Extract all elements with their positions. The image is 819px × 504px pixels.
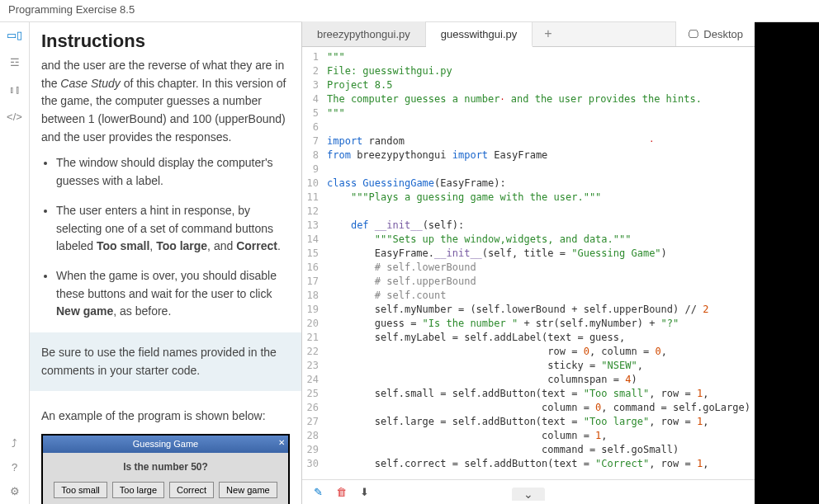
edit-icon[interactable]: ✎ [314,486,323,498]
mock-too-small-button: Too small [54,482,107,498]
bullet-3: When the game is over, you should disabl… [56,267,290,321]
help-icon[interactable]: ? [12,461,17,473]
callout-note: Be sure to use the field names provided … [30,332,301,391]
mock-close-icon: ✕ [278,436,285,450]
sep1: , [149,239,156,252]
bullet-1: The window should display the computer's… [56,154,290,190]
sep-dot: . [277,239,281,252]
desktop-toggle[interactable]: 🖵 Desktop [675,21,755,46]
share-icon[interactable]: ⤴ [12,437,17,450]
bullet3-tail: , as before. [113,304,171,318]
editor-pane: breezypythongui.py guesswithgui.py + 🖵 D… [302,22,755,504]
desktop-icon: 🖵 [688,28,698,40]
editor-tabs: breezypythongui.py guesswithgui.py + 🖵 D… [302,22,755,47]
tab-breezypythongui[interactable]: breezypythongui.py [302,21,426,46]
code-editor[interactable]: 1234567891011121314151617181920212223242… [302,47,755,479]
book-icon[interactable]: ▭▯ [7,29,22,41]
mock-correct-button: Correct [169,482,214,498]
too-large-label: Too large [156,239,207,252]
mock-too-large-button: Too large [112,482,164,498]
code-icon[interactable]: </> [7,111,22,123]
mock-question: Is the number 50? [51,459,280,475]
example-caption: An example of the program is shown below… [41,407,290,426]
side-nav: ▭▯ ☲ ⫾⫿ </> ⤴ ? ⚙ [0,22,30,504]
download-icon[interactable]: ⬇ [360,486,369,498]
example-window-mockup: Guessing Game ✕ Is the number 50? Too sm… [41,434,290,504]
trash-icon[interactable]: 🗑 [336,486,347,498]
correct-label: Correct [236,239,277,252]
case-study-em: Case Study [60,77,120,90]
line-gutter: 1234567891011121314151617181920212223242… [302,47,322,479]
and-sep: , and [207,239,236,252]
main-layout: ▭▯ ☲ ⫾⫿ </> ⤴ ? ⚙ Instructions and the u… [0,21,819,504]
too-small-label: Too small [97,239,149,252]
window-title: Programming Exercise 8.5 [0,0,819,21]
list-icon[interactable]: ☲ [10,56,20,68]
desktop-label: Desktop [703,28,743,40]
settings-icon[interactable]: ⚙ [10,485,20,497]
instructions-pane: Instructions and the user are the revers… [30,22,302,504]
mock-titlebar: Guessing Game ✕ [43,436,288,453]
preview-pane [755,22,819,504]
newgame-label: New game [56,304,113,318]
tab-add[interactable]: + [533,21,563,46]
instructions-body: and the user are the reverse of what the… [30,57,301,504]
instructions-heading: Instructions [30,22,301,57]
expand-handle-icon[interactable]: ⌄ [512,488,545,501]
bullet-2: The user enters a hint in response, by s… [56,202,290,256]
bullet3-lead: When the game is over, you should disabl… [56,269,277,300]
chart-icon[interactable]: ⫾⫿ [9,83,21,96]
mock-title-text: Guessing Game [133,439,198,449]
mock-new-game-button: New game [219,482,277,498]
editor-toolbar: ✎ 🗑 ⬇ ⌄ [302,479,755,504]
code-content[interactable]: """File: guesswithgui.pyProject 8.5The c… [322,47,755,479]
tab-guesswithgui[interactable]: guesswithgui.py [426,22,533,47]
